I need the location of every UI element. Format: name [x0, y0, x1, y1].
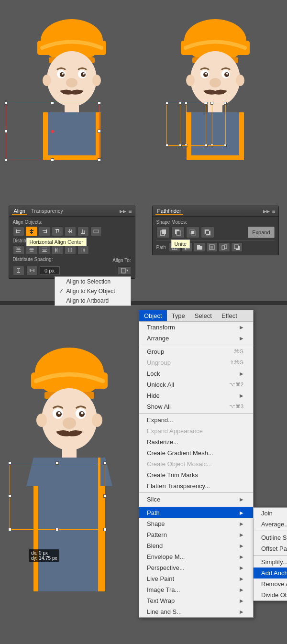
align-to-key-object[interactable]: Align to Key Object — [55, 286, 131, 296]
bh4[interactable] — [8, 494, 11, 498]
ctx-create-mosaic[interactable]: Create Object Mosaic... — [139, 458, 253, 469]
align-extra-btn[interactable] — [90, 227, 102, 236]
ctx-create-marks[interactable]: Create Trim Marks — [139, 469, 253, 480]
align-top-btn[interactable] — [52, 227, 63, 236]
bh7[interactable] — [55, 528, 59, 531]
pf-minus-front-btn[interactable] — [171, 227, 185, 238]
ctx-perspective[interactable]: Perspective... ▶ — [139, 562, 253, 573]
submenu-join[interactable]: Join ⌘J — [254, 508, 287, 519]
bh1[interactable] — [8, 461, 11, 465]
panel-collapse-icon[interactable]: ▶▶ — [120, 209, 126, 214]
h3[interactable] — [166, 144, 168, 147]
ctx-show-all[interactable]: Show All ⌥⌘3 — [139, 401, 253, 412]
pf-collapse-icon[interactable]: ▶▶ — [263, 209, 270, 214]
ctx-header-type[interactable]: Type — [167, 310, 190, 321]
ctx-header-object[interactable]: Object — [139, 310, 167, 321]
align-middle-v-btn[interactable] — [65, 227, 76, 236]
submenu-offset-path[interactable]: Offset Path... — [254, 543, 287, 554]
submenu-simplify[interactable]: Simplify... — [254, 557, 287, 568]
submenu-average[interactable]: Average... ⌥⌘J — [254, 519, 287, 530]
handle-bm[interactable] — [51, 158, 54, 162]
ctx-transform[interactable]: Transform ▶ — [139, 322, 253, 333]
bh2[interactable] — [55, 461, 59, 465]
handle-ml[interactable] — [4, 130, 8, 133]
handle-tr[interactable] — [98, 101, 101, 105]
pf-menu-btn[interactable]: ≡ — [272, 208, 275, 215]
dist-c-btn[interactable] — [65, 245, 76, 255]
ctx-slice[interactable]: Slice ▶ — [139, 494, 253, 505]
bh6[interactable] — [8, 528, 11, 531]
handle-br[interactable] — [98, 158, 101, 162]
pf-minus-back-btn[interactable] — [231, 242, 243, 252]
ctx-image-trace[interactable]: Image Tra... ▶ — [139, 584, 253, 595]
bh5[interactable] — [103, 494, 107, 498]
pf-intersect-btn[interactable] — [186, 227, 199, 238]
ctx-path[interactable]: Path ▶ Join ⌘J Average... ⌥⌘J Outline St… — [139, 507, 253, 518]
ctx-ungroup[interactable]: Ungroup ⇧⌘G — [139, 357, 253, 368]
align-right-btn[interactable] — [39, 227, 50, 236]
h7[interactable] — [179, 144, 182, 147]
align-to-artboard[interactable]: Align to Artboard — [55, 296, 131, 306]
ctx-text-wrap[interactable]: Text Wrap ▶ — [139, 595, 253, 606]
spacing-input[interactable]: 0 px — [40, 266, 60, 275]
dist-spacing-h-btn[interactable] — [26, 266, 38, 275]
pf-crop-btn[interactable] — [206, 242, 218, 252]
tab-align[interactable]: Align — [12, 207, 27, 215]
handle-mr[interactable] — [98, 130, 101, 133]
dist-bot-btn[interactable] — [39, 245, 50, 255]
dist-l-btn[interactable] — [52, 245, 63, 255]
bh8[interactable] — [103, 528, 107, 531]
dist-r-btn[interactable] — [77, 245, 89, 255]
dist-top-btn[interactable] — [13, 245, 24, 255]
ctx-hide[interactable]: Hide ▶ — [139, 390, 253, 401]
align-to-dropdown-btn[interactable] — [118, 266, 131, 275]
ctx-blend[interactable]: Blend ▶ — [139, 540, 253, 551]
handle-bl[interactable] — [4, 158, 8, 162]
h1[interactable] — [166, 102, 168, 105]
dist-mid-btn[interactable] — [26, 245, 37, 255]
align-center-h-btn[interactable]: Horizontal Align Center — [26, 227, 37, 236]
expand-button[interactable]: Expand — [248, 227, 274, 238]
align-bottom-btn[interactable] — [77, 227, 89, 236]
ctx-arrange[interactable]: Arrange ▶ — [139, 333, 253, 344]
h5[interactable] — [179, 102, 182, 105]
dist-spacing-v-btn[interactable] — [13, 266, 24, 275]
submenu-add-anchor[interactable]: Add Anchor Points — [254, 568, 287, 579]
bh3[interactable] — [103, 461, 107, 465]
pf-unite-btn[interactable]: Unite — [156, 227, 170, 238]
ctx-header-select[interactable]: Select — [190, 310, 217, 321]
ctx-flatten[interactable]: Flatten Transparency... — [139, 480, 253, 491]
ctx-header-effect[interactable]: Effect — [217, 310, 242, 321]
handle-tl[interactable] — [4, 101, 8, 105]
submenu-outline-stroke[interactable]: Outline Stroke — [254, 532, 287, 543]
pf-merge-btn[interactable] — [194, 242, 205, 252]
pathfinder-title[interactable]: Pathfinder — [155, 207, 183, 215]
submenu-divide-below[interactable]: Divide Objects Below — [254, 589, 287, 600]
ctx-shape[interactable]: Shape ▶ — [139, 518, 253, 529]
ctx-live-paint[interactable]: Live Paint ▶ — [139, 573, 253, 584]
ctx-lock[interactable]: Lock ▶ — [139, 368, 253, 379]
h12[interactable] — [224, 144, 227, 147]
ctx-unlock-all[interactable]: Unlock All ⌥⌘2 — [139, 379, 253, 390]
ctx-expand[interactable]: Expand... — [139, 415, 253, 426]
ctx-line-graph[interactable]: Line and S... ▶ — [139, 606, 253, 617]
h9[interactable] — [205, 102, 208, 105]
pf-outline-btn[interactable] — [219, 242, 230, 252]
h11[interactable] — [205, 144, 208, 147]
svg-rect-63 — [30, 251, 33, 252]
ctx-create-gradient[interactable]: Create Gradient Mesh... — [139, 448, 253, 458]
panel-menu-btn[interactable]: ≡ — [128, 208, 132, 215]
ctx-pattern[interactable]: Pattern ▶ — [139, 529, 253, 540]
ctx-div1 — [139, 345, 253, 345]
ctx-group[interactable]: Group ⌘G — [139, 346, 253, 357]
align-to-selection[interactable]: Align to Selection — [55, 277, 131, 286]
ctx-rasterize[interactable]: Rasterize... — [139, 437, 253, 448]
align-left-btn[interactable] — [13, 227, 24, 236]
pf-exclude-btn[interactable] — [201, 227, 214, 238]
submenu-remove-anchor[interactable]: Remove Anchor Points — [254, 579, 287, 589]
handle-tm[interactable] — [51, 101, 54, 105]
tab-transparency[interactable]: Transparency — [29, 207, 65, 215]
h10[interactable] — [224, 102, 227, 105]
ctx-expand-appearance[interactable]: Expand Appearance — [139, 426, 253, 437]
ctx-envelope[interactable]: Envelope M... ▶ — [139, 551, 253, 562]
